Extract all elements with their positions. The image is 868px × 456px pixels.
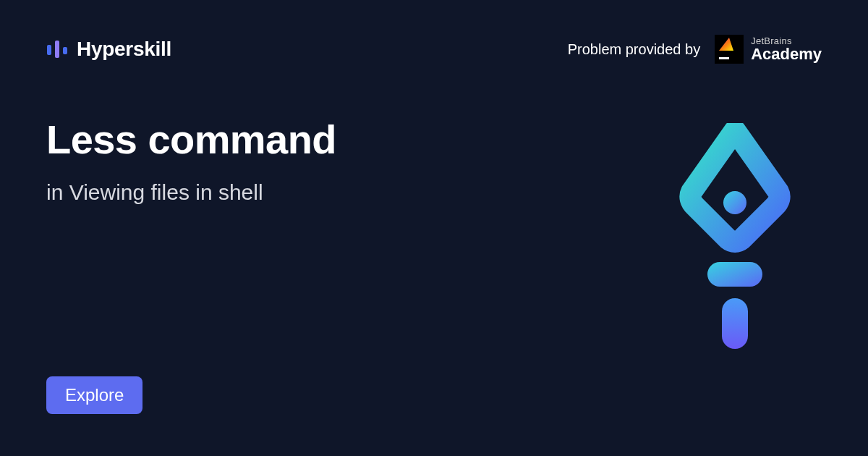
jetbrains-square-icon	[715, 35, 744, 64]
svg-point-4	[723, 191, 746, 214]
header-right: Problem provided by JetBrains	[568, 35, 822, 64]
text-block: Less command in Viewing files in shell	[46, 116, 336, 205]
hyperskill-bars-icon	[46, 38, 68, 60]
svg-rect-5	[707, 262, 762, 287]
main-content: Less command in Viewing files in shell	[0, 64, 868, 362]
hyperskill-wordmark: Hyperskill	[77, 38, 171, 61]
header: Hyperskill Problem provided by	[0, 0, 868, 64]
svg-rect-0	[47, 45, 51, 55]
academy-label: Academy	[751, 46, 822, 62]
jetbrains-academy-logo: JetBrains Academy	[715, 35, 822, 64]
jetbrains-text: JetBrains Academy	[751, 36, 822, 63]
svg-rect-2	[63, 47, 67, 54]
svg-rect-6	[722, 298, 748, 349]
pen-torch-icon	[648, 116, 822, 362]
svg-marker-3	[719, 38, 733, 51]
explore-button[interactable]: Explore	[46, 376, 142, 414]
hyperskill-logo: Hyperskill	[46, 38, 171, 61]
jetbrains-label: JetBrains	[751, 36, 822, 46]
provided-by-label: Problem provided by	[568, 41, 700, 58]
page-title: Less command	[46, 116, 336, 163]
svg-rect-1	[55, 41, 59, 58]
page-subtitle: in Viewing files in shell	[46, 180, 336, 205]
